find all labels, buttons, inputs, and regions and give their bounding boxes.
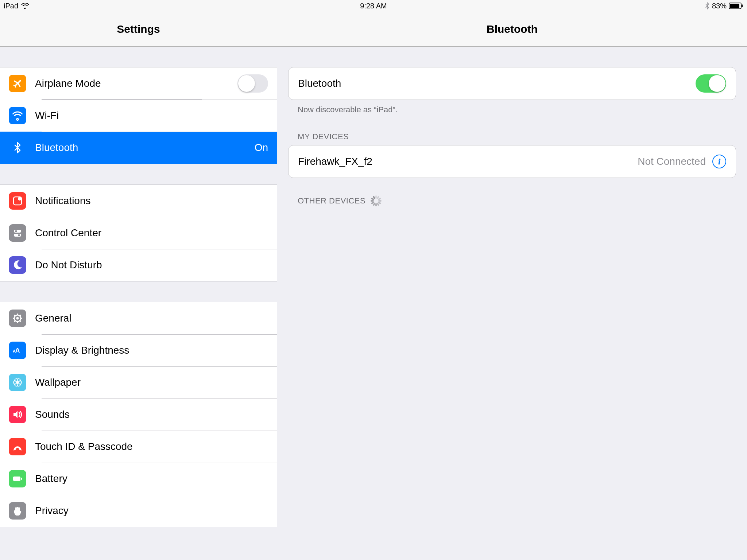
sidebar-group: Airplane ModeWi-FiBluetoothOn	[0, 67, 277, 164]
my-devices-group: Firehawk_FX_f2 Not Connected i	[288, 145, 736, 178]
wallpaper-icon	[9, 374, 26, 391]
sidebar-item-label: Touch ID & Passcode	[35, 441, 268, 452]
sidebar-item-label: Do Not Disturb	[35, 259, 268, 271]
other-devices-header: OTHER DEVICES	[298, 195, 736, 206]
controlcenter-icon	[9, 224, 26, 242]
bluetooth-toggle-group: Bluetooth	[288, 67, 736, 100]
sidebar-item-display[interactable]: AADisplay & Brightness	[0, 334, 277, 366]
svg-point-4	[18, 197, 22, 201]
sidebar-item-wifi[interactable]: Wi-Fi	[0, 100, 277, 132]
sidebar-item-bluetooth[interactable]: BluetoothOn	[0, 132, 277, 164]
sounds-icon	[9, 406, 26, 423]
detail-header: Bluetooth	[277, 12, 747, 47]
airplane-icon	[9, 75, 26, 92]
svg-rect-29	[21, 478, 22, 480]
sidebar-item-label: Privacy	[35, 505, 268, 517]
sidebar-item-airplane[interactable]: Airplane Mode	[0, 67, 277, 100]
sidebar-item-battery[interactable]: Battery	[0, 463, 277, 495]
settings-sidebar: Settings Airplane ModeWi-FiBluetoothOnNo…	[0, 12, 277, 560]
detail-title: Bluetooth	[487, 23, 538, 35]
sidebar-item-privacy[interactable]: Privacy	[0, 495, 277, 527]
svg-point-8	[18, 234, 20, 236]
battery-status-icon	[729, 3, 743, 9]
sidebar-item-label: Bluetooth	[35, 142, 255, 153]
wifi-icon	[9, 107, 26, 124]
sidebar-header: Settings	[0, 12, 277, 47]
other-devices-label: OTHER DEVICES	[298, 196, 365, 206]
svg-text:A: A	[15, 347, 20, 354]
bluetooth-icon	[9, 139, 26, 156]
sidebar-group: GeneralAADisplay & BrightnessWallpaperSo…	[0, 302, 277, 527]
sidebar-item-wallpaper[interactable]: Wallpaper	[0, 366, 277, 398]
fingerprint-icon	[9, 438, 26, 455]
sidebar-item-label: Wi-Fi	[35, 110, 268, 121]
svg-point-18	[16, 317, 19, 320]
notifications-icon	[9, 192, 26, 210]
wifi-status-icon	[21, 3, 29, 9]
svg-rect-5	[14, 230, 21, 233]
sidebar-item-dnd[interactable]: Do Not Disturb	[0, 249, 277, 281]
gear-icon	[9, 310, 26, 327]
svg-rect-7	[14, 234, 21, 237]
hand-icon	[9, 502, 26, 520]
svg-line-17	[20, 315, 21, 316]
bluetooth-toggle[interactable]	[696, 74, 726, 93]
svg-rect-2	[742, 4, 743, 7]
sidebar-item-value: On	[255, 142, 268, 153]
device-row[interactable]: Firehawk_FX_f2 Not Connected i	[289, 145, 736, 178]
detail-pane: Bluetooth Bluetooth Now discoverable as …	[277, 12, 747, 560]
sidebar-item-general[interactable]: General	[0, 302, 277, 334]
sidebar-item-label: Control Center	[35, 227, 268, 239]
sidebar-title: Settings	[117, 23, 160, 35]
sidebar-item-label: Wallpaper	[35, 377, 268, 388]
battery-percentage: 83%	[712, 2, 727, 10]
device-status: Not Connected	[638, 156, 706, 167]
battery-icon	[9, 470, 26, 487]
moon-icon	[9, 256, 26, 274]
sidebar-item-sounds[interactable]: Sounds	[0, 398, 277, 431]
sidebar-item-label: Display & Brightness	[35, 345, 268, 356]
sidebar-item-controlcenter[interactable]: Control Center	[0, 217, 277, 249]
svg-line-15	[14, 315, 15, 316]
svg-rect-1	[730, 4, 739, 8]
sidebar-item-label: Notifications	[35, 195, 268, 207]
spinner-icon	[371, 195, 382, 206]
airplane-toggle[interactable]	[237, 74, 268, 93]
my-devices-header: MY DEVICES	[298, 132, 736, 141]
svg-line-13	[14, 320, 15, 322]
status-bar: iPad 9:28 AM 83%	[0, 0, 747, 12]
sidebar-item-label: Airplane Mode	[35, 78, 237, 89]
device-name: Firehawk_FX_f2	[298, 156, 372, 167]
sidebar-item-label: Battery	[35, 473, 268, 485]
sidebar-group: NotificationsControl CenterDo Not Distur…	[0, 184, 277, 281]
svg-text:A: A	[13, 349, 16, 353]
svg-line-11	[20, 320, 21, 322]
info-icon[interactable]: i	[712, 155, 726, 168]
bluetooth-toggle-label: Bluetooth	[298, 78, 341, 89]
sidebar-item-label: General	[35, 312, 268, 324]
bluetooth-status-icon	[705, 2, 710, 10]
discoverable-text: Now discoverable as “iPad”.	[298, 105, 736, 114]
device-name: iPad	[4, 2, 18, 10]
clock: 9:28 AM	[281, 2, 466, 10]
display-icon: AA	[9, 342, 26, 359]
sidebar-item-label: Sounds	[35, 409, 268, 420]
svg-rect-28	[13, 477, 20, 481]
bluetooth-toggle-row[interactable]: Bluetooth	[289, 67, 736, 100]
sidebar-item-touchid[interactable]: Touch ID & Passcode	[0, 431, 277, 463]
svg-point-6	[15, 230, 17, 232]
sidebar-item-notifications[interactable]: Notifications	[0, 185, 277, 217]
